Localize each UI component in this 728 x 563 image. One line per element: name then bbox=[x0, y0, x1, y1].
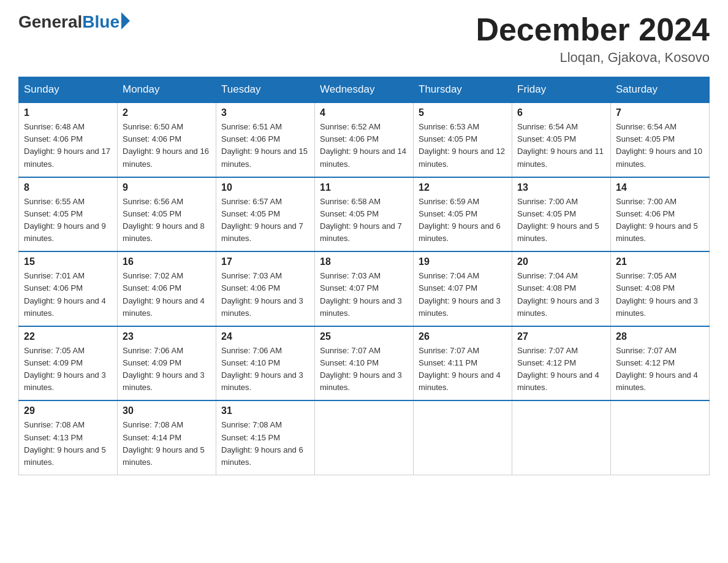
calendar-cell: 25 Sunrise: 7:07 AMSunset: 4:10 PMDaylig… bbox=[315, 326, 414, 401]
day-info: Sunrise: 7:03 AMSunset: 4:06 PMDaylight:… bbox=[221, 271, 303, 317]
day-info: Sunrise: 7:04 AMSunset: 4:08 PMDaylight:… bbox=[517, 271, 599, 317]
day-info: Sunrise: 7:08 AMSunset: 4:13 PMDaylight:… bbox=[24, 420, 106, 466]
calendar-cell: 18 Sunrise: 7:03 AMSunset: 4:07 PMDaylig… bbox=[315, 251, 414, 326]
day-number: 22 bbox=[24, 331, 112, 342]
day-info: Sunrise: 6:58 AMSunset: 4:05 PMDaylight:… bbox=[320, 197, 402, 243]
week-row-5: 29 Sunrise: 7:08 AMSunset: 4:13 PMDaylig… bbox=[19, 400, 710, 475]
calendar-cell: 29 Sunrise: 7:08 AMSunset: 4:13 PMDaylig… bbox=[19, 400, 118, 475]
calendar-cell: 6 Sunrise: 6:54 AMSunset: 4:05 PMDayligh… bbox=[512, 102, 611, 177]
calendar-cell: 8 Sunrise: 6:55 AMSunset: 4:05 PMDayligh… bbox=[19, 177, 118, 252]
calendar-cell: 4 Sunrise: 6:52 AMSunset: 4:06 PMDayligh… bbox=[315, 102, 414, 177]
col-header-sunday: Sunday bbox=[19, 77, 118, 103]
calendar-cell: 13 Sunrise: 7:00 AMSunset: 4:05 PMDaylig… bbox=[512, 177, 611, 252]
calendar-cell bbox=[611, 400, 710, 475]
calendar-cell: 30 Sunrise: 7:08 AMSunset: 4:14 PMDaylig… bbox=[118, 400, 216, 475]
day-number: 24 bbox=[221, 331, 309, 342]
calendar-cell: 27 Sunrise: 7:07 AMSunset: 4:12 PMDaylig… bbox=[512, 326, 611, 401]
day-info: Sunrise: 6:51 AMSunset: 4:06 PMDaylight:… bbox=[221, 122, 308, 168]
day-number: 27 bbox=[517, 331, 605, 342]
logo-triangle-icon bbox=[121, 12, 130, 29]
day-number: 4 bbox=[320, 107, 408, 118]
day-info: Sunrise: 6:53 AMSunset: 4:05 PMDaylight:… bbox=[419, 122, 505, 168]
day-info: Sunrise: 6:50 AMSunset: 4:06 PMDaylight:… bbox=[123, 122, 209, 168]
calendar-cell: 19 Sunrise: 7:04 AMSunset: 4:07 PMDaylig… bbox=[414, 251, 512, 326]
calendar-table: SundayMondayTuesdayWednesdayThursdayFrid… bbox=[18, 77, 710, 475]
page-header: General Blue December 2024 Lloqan, Gjako… bbox=[18, 12, 710, 66]
calendar-header-row: SundayMondayTuesdayWednesdayThursdayFrid… bbox=[19, 77, 710, 103]
calendar-cell: 24 Sunrise: 7:06 AMSunset: 4:10 PMDaylig… bbox=[216, 326, 315, 401]
day-number: 16 bbox=[123, 256, 211, 267]
week-row-3: 15 Sunrise: 7:01 AMSunset: 4:06 PMDaylig… bbox=[19, 251, 710, 326]
location-subtitle: Lloqan, Gjakova, Kosovo bbox=[476, 50, 710, 66]
day-info: Sunrise: 7:04 AMSunset: 4:07 PMDaylight:… bbox=[419, 271, 501, 317]
week-row-2: 8 Sunrise: 6:55 AMSunset: 4:05 PMDayligh… bbox=[19, 177, 710, 252]
calendar-cell: 2 Sunrise: 6:50 AMSunset: 4:06 PMDayligh… bbox=[118, 102, 216, 177]
calendar-cell: 14 Sunrise: 7:00 AMSunset: 4:06 PMDaylig… bbox=[611, 177, 710, 252]
col-header-thursday: Thursday bbox=[414, 77, 512, 103]
calendar-cell: 10 Sunrise: 6:57 AMSunset: 4:05 PMDaylig… bbox=[216, 177, 315, 252]
day-info: Sunrise: 7:01 AMSunset: 4:06 PMDaylight:… bbox=[24, 271, 106, 317]
day-number: 21 bbox=[616, 256, 704, 267]
day-number: 17 bbox=[221, 256, 309, 267]
calendar-cell: 31 Sunrise: 7:08 AMSunset: 4:15 PMDaylig… bbox=[216, 400, 315, 475]
calendar-cell: 28 Sunrise: 7:07 AMSunset: 4:12 PMDaylig… bbox=[611, 326, 710, 401]
calendar-cell: 7 Sunrise: 6:54 AMSunset: 4:05 PMDayligh… bbox=[611, 102, 710, 177]
day-number: 1 bbox=[24, 107, 112, 118]
day-info: Sunrise: 7:07 AMSunset: 4:11 PMDaylight:… bbox=[419, 346, 501, 392]
day-info: Sunrise: 7:05 AMSunset: 4:09 PMDaylight:… bbox=[24, 346, 106, 392]
col-header-wednesday: Wednesday bbox=[315, 77, 414, 103]
day-info: Sunrise: 7:07 AMSunset: 4:12 PMDaylight:… bbox=[616, 346, 698, 392]
day-info: Sunrise: 6:52 AMSunset: 4:06 PMDaylight:… bbox=[320, 122, 406, 168]
day-number: 25 bbox=[320, 331, 408, 342]
day-number: 2 bbox=[123, 107, 211, 118]
day-number: 23 bbox=[123, 331, 211, 342]
day-number: 11 bbox=[320, 182, 408, 193]
day-number: 18 bbox=[320, 256, 408, 267]
day-number: 3 bbox=[221, 107, 309, 118]
calendar-cell: 3 Sunrise: 6:51 AMSunset: 4:06 PMDayligh… bbox=[216, 102, 315, 177]
day-info: Sunrise: 7:08 AMSunset: 4:15 PMDaylight:… bbox=[221, 420, 303, 466]
calendar-cell: 1 Sunrise: 6:48 AMSunset: 4:06 PMDayligh… bbox=[19, 102, 118, 177]
col-header-tuesday: Tuesday bbox=[216, 77, 315, 103]
calendar-cell: 22 Sunrise: 7:05 AMSunset: 4:09 PMDaylig… bbox=[19, 326, 118, 401]
day-number: 5 bbox=[419, 107, 507, 118]
day-info: Sunrise: 6:54 AMSunset: 4:05 PMDaylight:… bbox=[616, 122, 702, 168]
day-info: Sunrise: 7:00 AMSunset: 4:05 PMDaylight:… bbox=[517, 197, 599, 243]
day-info: Sunrise: 7:07 AMSunset: 4:12 PMDaylight:… bbox=[517, 346, 599, 392]
day-number: 10 bbox=[221, 182, 309, 193]
week-row-4: 22 Sunrise: 7:05 AMSunset: 4:09 PMDaylig… bbox=[19, 326, 710, 401]
col-header-monday: Monday bbox=[118, 77, 216, 103]
logo-blue-box: Blue bbox=[82, 12, 130, 32]
day-number: 9 bbox=[123, 182, 211, 193]
calendar-cell: 15 Sunrise: 7:01 AMSunset: 4:06 PMDaylig… bbox=[19, 251, 118, 326]
day-info: Sunrise: 7:06 AMSunset: 4:10 PMDaylight:… bbox=[221, 346, 303, 392]
day-info: Sunrise: 6:57 AMSunset: 4:05 PMDaylight:… bbox=[221, 197, 303, 243]
day-number: 26 bbox=[419, 331, 507, 342]
day-number: 12 bbox=[419, 182, 507, 193]
calendar-cell bbox=[315, 400, 414, 475]
day-info: Sunrise: 6:55 AMSunset: 4:05 PMDaylight:… bbox=[24, 197, 106, 243]
day-number: 7 bbox=[616, 107, 704, 118]
calendar-cell: 9 Sunrise: 6:56 AMSunset: 4:05 PMDayligh… bbox=[118, 177, 216, 252]
day-number: 8 bbox=[24, 182, 112, 193]
day-number: 28 bbox=[616, 331, 704, 342]
day-info: Sunrise: 6:59 AMSunset: 4:05 PMDaylight:… bbox=[419, 197, 501, 243]
calendar-cell: 21 Sunrise: 7:05 AMSunset: 4:08 PMDaylig… bbox=[611, 251, 710, 326]
calendar-cell: 23 Sunrise: 7:06 AMSunset: 4:09 PMDaylig… bbox=[118, 326, 216, 401]
logo-blue-text: Blue bbox=[82, 12, 119, 32]
day-number: 6 bbox=[517, 107, 605, 118]
calendar-cell: 17 Sunrise: 7:03 AMSunset: 4:06 PMDaylig… bbox=[216, 251, 315, 326]
day-number: 13 bbox=[517, 182, 605, 193]
day-info: Sunrise: 7:06 AMSunset: 4:09 PMDaylight:… bbox=[123, 346, 205, 392]
day-number: 30 bbox=[123, 405, 211, 416]
day-info: Sunrise: 6:48 AMSunset: 4:06 PMDaylight:… bbox=[24, 122, 110, 168]
month-year-title: December 2024 bbox=[476, 12, 710, 47]
title-block: December 2024 Lloqan, Gjakova, Kosovo bbox=[476, 12, 710, 66]
logo: General Blue bbox=[18, 12, 130, 32]
calendar-cell bbox=[512, 400, 611, 475]
day-info: Sunrise: 6:54 AMSunset: 4:05 PMDaylight:… bbox=[517, 122, 604, 168]
day-number: 14 bbox=[616, 182, 704, 193]
day-info: Sunrise: 7:08 AMSunset: 4:14 PMDaylight:… bbox=[123, 420, 205, 466]
day-info: Sunrise: 7:07 AMSunset: 4:10 PMDaylight:… bbox=[320, 346, 402, 392]
day-info: Sunrise: 7:02 AMSunset: 4:06 PMDaylight:… bbox=[123, 271, 205, 317]
